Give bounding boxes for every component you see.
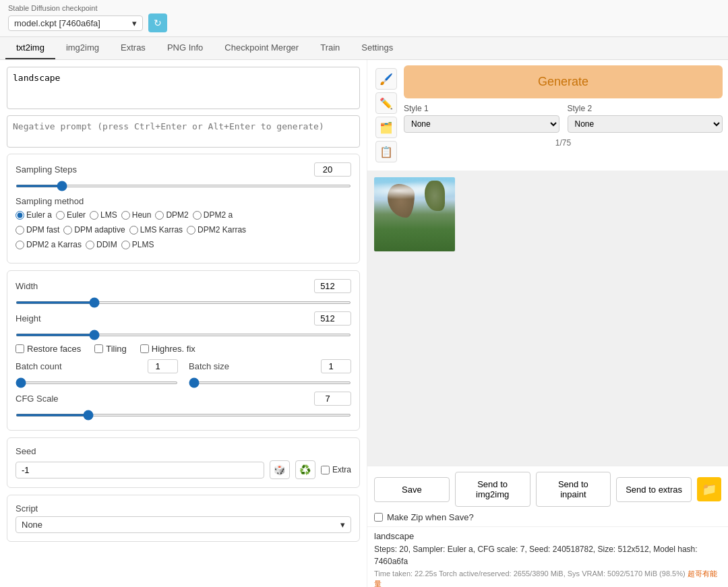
sampling-steps-input[interactable] bbox=[314, 162, 351, 177]
sampling-method-label: Sampling method bbox=[16, 196, 351, 206]
info-area: landscape Steps: 20, Sampler: Euler a, C… bbox=[367, 526, 728, 587]
tab-settings[interactable]: Settings bbox=[351, 37, 404, 59]
bottom-actions: Save Send to img2img Send to inpaint Sen… bbox=[367, 466, 728, 512]
style1-select[interactable]: None bbox=[404, 115, 559, 133]
batch-row: Batch count Batch size bbox=[16, 359, 351, 386]
sampling-steps-slider[interactable] bbox=[16, 185, 351, 187]
height-label: Height bbox=[16, 313, 41, 323]
open-folder-button[interactable]: 📁 bbox=[697, 477, 721, 501]
radio-dpm2-karras[interactable]: DPM2 Karras bbox=[187, 225, 246, 235]
send-inpaint-button[interactable]: Send to inpaint bbox=[536, 472, 611, 507]
style2-label: Style 2 bbox=[568, 104, 723, 113]
height-slider[interactable] bbox=[16, 334, 351, 336]
radio-dpm2a[interactable]: DPM2 a bbox=[193, 210, 233, 220]
script-section: Script None ▾ bbox=[7, 495, 360, 542]
script-chevron-icon: ▾ bbox=[340, 520, 345, 530]
send-extras-button[interactable]: Send to extras bbox=[616, 477, 692, 502]
style-row: Style 1 None Style 2 None bbox=[404, 104, 723, 133]
cfg-scale-row: CFG Scale bbox=[16, 392, 351, 406]
height-input[interactable] bbox=[314, 311, 351, 326]
sampling-method-group: Euler a Euler LMS Heun DPM2 DPM2 a bbox=[16, 210, 351, 220]
cfg-scale-input[interactable] bbox=[314, 392, 351, 406]
image-counter: 1/75 bbox=[404, 138, 723, 148]
radio-dpm-fast[interactable]: DPM fast bbox=[16, 225, 59, 235]
generated-image bbox=[374, 177, 455, 251]
sampling-steps-slider-container bbox=[16, 179, 351, 189]
save-button[interactable]: Save bbox=[374, 477, 450, 502]
generate-button[interactable]: Generate bbox=[404, 65, 723, 98]
radio-euler-a[interactable]: Euler a bbox=[16, 210, 52, 220]
height-section: Height bbox=[16, 311, 351, 338]
style2-select[interactable]: None bbox=[568, 115, 723, 133]
style1-label: Style 1 bbox=[404, 104, 559, 113]
style2-item: Style 2 None bbox=[568, 104, 723, 133]
cfg-scale-slider[interactable] bbox=[16, 414, 351, 416]
seed-dice-button[interactable]: 🎲 bbox=[270, 460, 290, 479]
script-select[interactable]: None ▾ bbox=[16, 516, 351, 533]
folder-icon-button[interactable]: 🗂️ bbox=[375, 117, 397, 138]
highres-fix-checkbox[interactable]: Highres. fix bbox=[140, 344, 195, 354]
tab-txt2img[interactable]: txt2img bbox=[5, 37, 55, 59]
restore-faces-label: Restore faces bbox=[27, 344, 81, 354]
tab-train[interactable]: Train bbox=[309, 37, 351, 59]
tab-img2img[interactable]: img2img bbox=[55, 37, 110, 59]
batch-size-item: Batch size bbox=[189, 359, 351, 386]
sampling-steps-row: Sampling Steps bbox=[16, 162, 351, 177]
sampling-steps-label: Sampling Steps bbox=[16, 164, 77, 175]
clipboard-icon-button[interactable]: 📋 bbox=[375, 141, 397, 162]
batch-count-input[interactable] bbox=[148, 359, 178, 373]
send-img2img-button[interactable]: Send to img2img bbox=[455, 472, 530, 507]
topbar: Stable Diffusion checkpoint model.ckpt [… bbox=[0, 0, 728, 37]
info-time: Time taken: 22.25s Torch active/reserved… bbox=[374, 569, 721, 587]
right-panel: 🖌️ ✏️ 🗂️ 📋 Generate Style 1 None Styl bbox=[367, 60, 728, 587]
radio-lms-karras[interactable]: LMS Karras bbox=[129, 225, 183, 235]
script-label: Script bbox=[16, 503, 351, 514]
width-input[interactable] bbox=[314, 279, 351, 293]
sampling-section: Sampling Steps Sampling method Euler a E… bbox=[7, 154, 360, 264]
main-tabs: txt2img img2img Extras PNG Info Checkpoi… bbox=[0, 37, 728, 60]
checkpoint-label: Stable Diffusion checkpoint bbox=[8, 4, 720, 12]
dimensions-section: Width Height Restore faces bbox=[7, 270, 360, 431]
icon-toolbar: 🖌️ ✏️ 🗂️ 📋 bbox=[373, 65, 400, 165]
batch-size-input[interactable] bbox=[321, 359, 351, 373]
extra-seed-label: Extra bbox=[332, 465, 351, 474]
batch-count-item: Batch count bbox=[16, 359, 178, 386]
brush-icon-button[interactable]: 🖌️ bbox=[375, 68, 397, 90]
generate-area-row: 🖌️ ✏️ 🗂️ 📋 Generate Style 1 None Styl bbox=[367, 60, 728, 171]
radio-heun[interactable]: Heun bbox=[121, 210, 152, 220]
radio-lms[interactable]: LMS bbox=[90, 210, 117, 220]
tab-png-info[interactable]: PNG Info bbox=[156, 37, 214, 59]
width-slider[interactable] bbox=[16, 301, 351, 304]
radio-ddim[interactable]: DDIM bbox=[86, 240, 117, 249]
width-label: Width bbox=[16, 281, 38, 291]
cfg-scale-label: CFG Scale bbox=[16, 394, 59, 404]
batch-count-slider[interactable] bbox=[16, 381, 178, 384]
radio-plms[interactable]: PLMS bbox=[121, 240, 154, 249]
info-prompt: landscape bbox=[374, 531, 721, 541]
radio-dpm-adaptive[interactable]: DPM adaptive bbox=[63, 225, 125, 235]
radio-dpm2[interactable]: DPM2 bbox=[155, 210, 188, 220]
clouds-decoration bbox=[374, 181, 455, 201]
options-row: Restore faces Tiling Highres. fix bbox=[16, 344, 351, 354]
positive-prompt-input[interactable]: landscape bbox=[7, 67, 360, 109]
sampling-method-group2: DPM fast DPM adaptive LMS Karras DPM2 Ka… bbox=[16, 225, 351, 235]
radio-euler[interactable]: Euler bbox=[56, 210, 86, 220]
seed-row: 🎲 ♻️ Extra bbox=[16, 460, 351, 479]
tab-checkpoint-merger[interactable]: Checkpoint Merger bbox=[214, 37, 309, 59]
tab-extras[interactable]: Extras bbox=[110, 37, 156, 59]
make-zip-checkbox[interactable] bbox=[374, 513, 383, 522]
seed-recycle-button[interactable]: ♻️ bbox=[295, 460, 315, 479]
radio-dpm2a-karras[interactable]: DPM2 a Karras bbox=[16, 240, 82, 249]
left-panel: landscape Sampling Steps Sampling method… bbox=[0, 60, 367, 587]
highres-fix-label: Highres. fix bbox=[152, 344, 195, 354]
extra-seed-checkbox[interactable]: Extra bbox=[321, 465, 351, 474]
refresh-button[interactable]: ↻ bbox=[148, 13, 167, 32]
tiling-checkbox[interactable]: Tiling bbox=[94, 344, 127, 354]
seed-input[interactable] bbox=[16, 462, 264, 478]
restore-faces-checkbox[interactable]: Restore faces bbox=[16, 344, 81, 354]
refresh-icon: ↻ bbox=[154, 18, 162, 28]
negative-prompt-input[interactable] bbox=[7, 115, 360, 148]
batch-size-slider[interactable] bbox=[189, 381, 351, 384]
generate-controls: Generate Style 1 None Style 2 None bbox=[404, 65, 723, 165]
pencil-icon-button[interactable]: ✏️ bbox=[375, 92, 397, 114]
